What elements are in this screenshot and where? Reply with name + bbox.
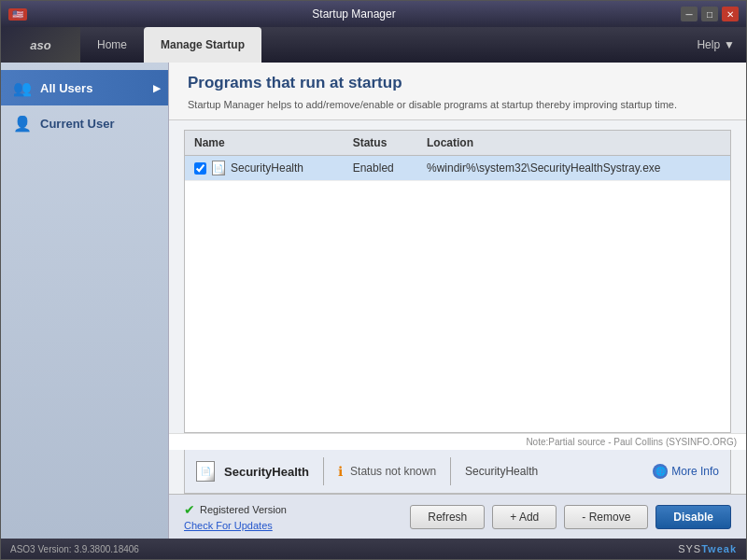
version-text: ASO3 Version: 3.9.3800.18406 [10,544,139,554]
more-info-label: More Info [671,465,719,478]
check-updates-link[interactable]: Check For Updates [184,520,287,531]
close-button[interactable]: ✕ [722,7,739,21]
help-menu[interactable]: Help ▼ [685,38,746,51]
table-note: Note:Partial source - Paul Collins (SYSI… [169,433,746,450]
current-user-icon: 👤 [12,113,33,133]
row-status: Enabled [344,156,417,181]
refresh-button[interactable]: Refresh [410,505,485,529]
all-users-icon: 👥 [12,77,33,98]
col-name: Name [185,131,344,156]
detail-panel: 📄 SecurityHealth ℹ Status not known Secu… [184,450,731,494]
flag-icon: 🇺🇸 [8,8,27,21]
content-header: Programs that run at startup Startup Man… [169,63,746,120]
bottom-buttons: Refresh + Add - Remove Disable [410,505,731,529]
window: 🇺🇸 Startup Manager ─ □ ✕ aso Home Manage… [0,0,747,560]
app-logo: aso [1,27,80,63]
table-header-row: Name Status Location [185,131,730,156]
logo-text: aso [30,38,50,52]
registered-label: Registered Version [200,504,287,515]
menu-bar: aso Home Manage Startup Help ▼ [1,27,746,63]
detail-divider [323,457,324,485]
sidebar-item-all-users[interactable]: 👥 All Users [1,70,168,105]
title-bar: 🇺🇸 Startup Manager ─ □ ✕ [1,1,746,27]
main-area: 👥 All Users 👤 Current User Programs that… [1,63,746,539]
row-name-cell: 📄 SecurityHealth [185,156,344,181]
detail-left: 📄 SecurityHealth ℹ Status not known Secu… [196,457,538,485]
more-info-link[interactable]: 🌐 More Info [653,464,719,479]
row-name: SecurityHealth [231,161,303,175]
row-location: %windir%\system32\SecurityHealthSystray.… [417,156,730,181]
startup-table: Name Status Location 📄 SecurityHealt [185,131,730,181]
detail-description: SecurityHealth [465,465,538,478]
tab-manage-startup[interactable]: Manage Startup [144,27,261,63]
disable-button[interactable]: Disable [655,505,731,529]
more-info-icon: 🌐 [653,464,668,479]
status-warning-icon: ℹ [338,464,343,479]
brand-logo: SYSTweak [678,543,737,554]
remove-button[interactable]: - Remove [564,505,648,529]
add-button[interactable]: + Add [492,505,557,529]
minimize-button[interactable]: ─ [681,7,698,21]
content-description: Startup Manager helps to add/remove/enab… [188,98,727,112]
detail-status: ℹ Status not known [338,464,436,479]
sidebar-current-user-label: Current User [40,117,114,131]
help-label: Help [697,38,720,51]
col-status: Status [344,131,417,156]
status-bar: ASO3 Version: 3.9.3800.18406 SYSTweak [1,539,746,559]
bottom-left: ✔ Registered Version Check For Updates [184,502,287,531]
sidebar: 👥 All Users 👤 Current User [1,63,169,539]
file-icon: 📄 [212,161,225,175]
sidebar-all-users-label: All Users [40,81,92,95]
tab-home[interactable]: Home [80,27,144,63]
window-title: Startup Manager [27,7,681,21]
window-controls: ─ □ ✕ [681,7,739,21]
check-icon: ✔ [184,502,195,517]
row-checkbox[interactable] [194,162,206,175]
sidebar-item-current-user[interactable]: 👤 Current User [1,105,168,141]
detail-divider-2 [450,457,451,485]
detail-status-text: Status not known [350,465,436,478]
startup-table-container: Name Status Location 📄 SecurityHealt [184,130,731,433]
restore-button[interactable]: □ [701,7,718,21]
menu-tabs: Home Manage Startup [80,27,685,63]
content-area: Programs that run at startup Startup Man… [169,63,746,539]
col-location: Location [417,131,730,156]
detail-file-icon: 📄 [196,461,215,482]
content-title: Programs that run at startup [188,74,727,92]
registered-version: ✔ Registered Version [184,502,287,517]
help-arrow-icon: ▼ [724,38,735,51]
detail-name: SecurityHealth [224,465,309,479]
bottom-bar: ✔ Registered Version Check For Updates R… [169,494,746,539]
table-row[interactable]: 📄 SecurityHealth Enabled %windir%\system… [185,156,730,181]
